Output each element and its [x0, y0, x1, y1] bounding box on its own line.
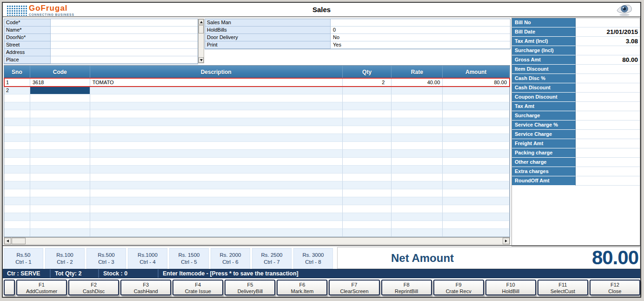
cell-sno[interactable] — [4, 102, 30, 110]
fkey-button-f12[interactable]: F12Close — [590, 280, 640, 295]
cell-description[interactable]: TOMATO — [90, 79, 343, 87]
cell-sno[interactable] — [4, 142, 30, 150]
cell-code[interactable] — [30, 213, 90, 221]
form-vertical-scrollbar[interactable] — [198, 19, 204, 63]
cell-code[interactable] — [30, 126, 90, 134]
cell-code[interactable] — [30, 150, 90, 158]
cell-description[interactable] — [90, 181, 343, 189]
cell-sno[interactable] — [4, 118, 30, 126]
cell-qty[interactable] — [343, 197, 392, 205]
cell-rate[interactable] — [392, 126, 443, 134]
denomination-button[interactable]: Rs.100Ctrl - 2 — [45, 248, 85, 269]
cell-amount[interactable] — [443, 87, 510, 94]
field-input[interactable] — [51, 19, 198, 27]
cell-rate[interactable] — [392, 166, 443, 174]
scrollbar-thumb[interactable] — [12, 238, 26, 244]
cell-description[interactable] — [90, 87, 343, 94]
cell-code[interactable] — [30, 142, 90, 150]
cell-sno[interactable] — [4, 229, 30, 237]
cell-sno[interactable] — [4, 213, 30, 221]
scroll-up-icon[interactable] — [199, 19, 204, 25]
cell-rate[interactable] — [392, 229, 443, 237]
cell-amount[interactable] — [443, 181, 510, 189]
fkey-button-f5[interactable]: F5DeliveryBill — [225, 280, 275, 295]
denomination-button[interactable]: Rs. 3000Ctrl - 8 — [293, 248, 333, 269]
fkey-button-f9[interactable]: F9Crate Recv — [433, 280, 484, 295]
cell-description[interactable] — [90, 221, 343, 229]
cell-rate[interactable]: 40.00 — [392, 79, 443, 87]
scrollbar-thumb[interactable] — [199, 25, 204, 33]
field-input[interactable]: No — [331, 34, 510, 41]
bill-field-value[interactable] — [576, 120, 640, 130]
cell-code[interactable] — [30, 134, 90, 142]
fkey-button-f4[interactable]: F4Crate Issue — [173, 280, 223, 295]
cell-rate[interactable] — [392, 205, 443, 213]
denomination-button[interactable]: Rs.50Ctrl - 1 — [4, 248, 43, 269]
cell-amount[interactable] — [443, 142, 510, 150]
cell-description[interactable] — [90, 158, 343, 166]
fkey-button-f1[interactable]: F1AddCustomer — [16, 280, 67, 295]
cell-rate[interactable] — [392, 150, 443, 158]
cell-sno[interactable] — [4, 158, 30, 166]
cell-rate[interactable] — [392, 110, 443, 118]
cell-qty[interactable] — [343, 134, 392, 142]
cell-amount[interactable] — [443, 229, 510, 237]
cell-code[interactable] — [30, 102, 90, 110]
cell-rate[interactable] — [392, 142, 443, 150]
field-input[interactable]: Yes — [331, 41, 510, 49]
cell-description[interactable] — [90, 94, 343, 102]
cell-amount[interactable] — [443, 158, 510, 166]
cell-description[interactable] — [90, 229, 343, 237]
cell-amount[interactable] — [443, 110, 510, 118]
cell-rate[interactable] — [392, 102, 443, 110]
cell-sno[interactable] — [4, 189, 30, 197]
cell-amount[interactable] — [443, 126, 510, 134]
field-input[interactable] — [51, 27, 198, 34]
cell-description[interactable] — [90, 142, 343, 150]
cell-rate[interactable] — [392, 197, 443, 205]
cell-qty[interactable] — [343, 158, 392, 166]
bill-field-value[interactable] — [576, 111, 640, 120]
cell-sno[interactable] — [4, 197, 30, 205]
cell-amount[interactable] — [443, 150, 510, 158]
cell-sno[interactable] — [4, 110, 30, 118]
cell-amount[interactable] — [443, 118, 510, 126]
cell-code[interactable] — [30, 197, 90, 205]
bill-field-value[interactable] — [576, 102, 640, 111]
fkey-button-f8[interactable]: F8ReprintBill — [381, 280, 432, 295]
cell-qty[interactable] — [343, 221, 392, 229]
cell-amount[interactable] — [443, 94, 510, 102]
cell-rate[interactable] — [392, 221, 443, 229]
cell-rate[interactable] — [392, 158, 443, 166]
fkey-button-f10[interactable]: F10HoldBill — [485, 280, 536, 295]
cell-rate[interactable] — [392, 189, 443, 197]
cell-description[interactable] — [90, 126, 343, 134]
bill-field-value[interactable] — [576, 93, 640, 102]
scroll-down-icon[interactable] — [199, 57, 204, 63]
cell-qty[interactable] — [343, 110, 392, 118]
bill-field-value[interactable] — [576, 176, 640, 186]
table-horizontal-scrollbar[interactable] — [4, 237, 510, 245]
cell-code[interactable]: 3618 — [30, 79, 90, 87]
cell-amount[interactable] — [443, 189, 510, 197]
bill-field-value[interactable] — [576, 18, 640, 27]
cell-amount[interactable] — [443, 221, 510, 229]
fkey-button-f3[interactable]: F3CashHand — [120, 280, 171, 295]
denomination-button[interactable]: Rs. 2000Ctrl - 6 — [211, 248, 250, 269]
cell-rate[interactable] — [392, 94, 443, 102]
cell-amount[interactable] — [443, 166, 510, 174]
cell-code[interactable] — [30, 118, 90, 126]
cell-code[interactable] — [30, 221, 90, 229]
eye-icon[interactable] — [615, 4, 634, 16]
cell-sno[interactable]: 1 — [4, 79, 30, 87]
bill-field-value[interactable] — [576, 130, 640, 139]
bill-field-value[interactable]: 21/01/2015 — [576, 27, 640, 37]
cell-code[interactable] — [30, 189, 90, 197]
cell-description[interactable] — [90, 205, 343, 213]
bill-field-value[interactable]: 80.00 — [576, 55, 640, 65]
bill-field-value[interactable] — [576, 46, 640, 55]
cell-description[interactable] — [90, 197, 343, 205]
cell-rate[interactable] — [392, 87, 443, 94]
cell-amount[interactable]: 80.00 — [443, 79, 510, 87]
fkey-button-f6[interactable]: F6Mark.Item — [277, 280, 327, 295]
